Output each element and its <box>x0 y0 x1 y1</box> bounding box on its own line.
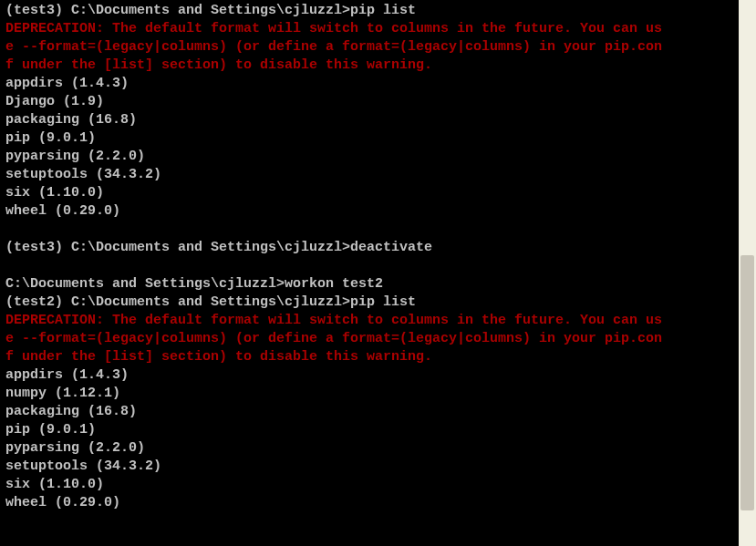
package-entry: pyparsing (2.2.0) <box>5 148 733 166</box>
package-entry: pyparsing (2.2.0) <box>5 439 733 458</box>
package-entry: setuptools (34.3.2) <box>5 458 733 476</box>
package-entry: wheel (0.29.0) <box>5 494 733 512</box>
package-entry: six (1.10.0) <box>5 476 733 494</box>
package-entry: wheel (0.29.0) <box>5 202 733 221</box>
deprecation-warning: f under the [list] section) to disable t… <box>5 57 733 75</box>
deprecation-warning: e --format=(legacy|columns) (or define a… <box>5 330 733 348</box>
package-entry: appdirs (1.4.3) <box>5 75 733 93</box>
package-entry: numpy (1.12.1) <box>5 385 733 403</box>
scrollbar-thumb[interactable] <box>740 255 754 510</box>
package-entry: setuptools (34.3.2) <box>5 166 733 184</box>
vertical-scrollbar[interactable] <box>739 0 756 546</box>
deprecation-warning: DEPRECATION: The default format will swi… <box>5 312 733 330</box>
prompt-line: (test3) C:\Documents and Settings\cjluzz… <box>5 239 733 257</box>
prompt-line: (test3) C:\Documents and Settings\cjluzz… <box>5 2 733 20</box>
deprecation-warning: DEPRECATION: The default format will swi… <box>5 20 733 38</box>
blank-line <box>5 221 733 239</box>
package-entry: pip (9.0.1) <box>5 421 733 439</box>
scrollbar-track[interactable] <box>739 0 756 546</box>
deprecation-warning: e --format=(legacy|columns) (or define a… <box>5 38 733 57</box>
package-entry: Django (1.9) <box>5 93 733 111</box>
prompt-line: (test2) C:\Documents and Settings\cjluzz… <box>5 294 733 312</box>
package-entry: packaging (16.8) <box>5 403 733 421</box>
package-entry: appdirs (1.4.3) <box>5 366 733 385</box>
terminal-window[interactable]: (test3) C:\Documents and Settings\cjluzz… <box>0 0 739 546</box>
prompt-line: C:\Documents and Settings\cjluzzl>workon… <box>5 275 733 294</box>
package-entry: packaging (16.8) <box>5 111 733 129</box>
deprecation-warning: f under the [list] section) to disable t… <box>5 348 733 366</box>
blank-line <box>5 257 733 275</box>
package-entry: pip (9.0.1) <box>5 129 733 148</box>
package-entry: six (1.10.0) <box>5 184 733 202</box>
